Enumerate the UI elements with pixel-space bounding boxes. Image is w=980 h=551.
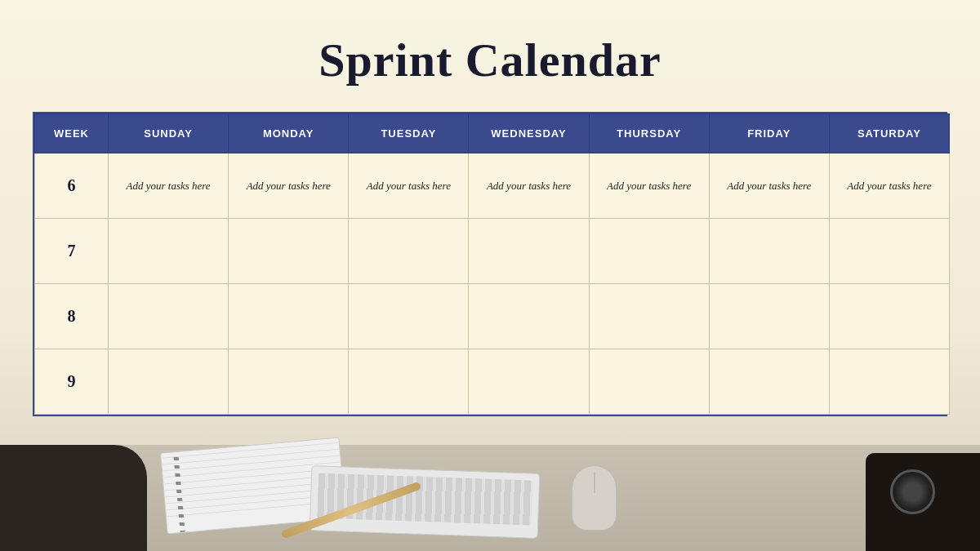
- week-number-cell[interactable]: 7: [35, 219, 109, 284]
- task-cell[interactable]: Add your tasks here: [709, 153, 829, 219]
- header-monday: MONDAY: [229, 114, 349, 153]
- calendar-row: 8: [35, 284, 950, 349]
- task-cell[interactable]: [349, 219, 469, 284]
- camera-decoration: [866, 453, 980, 551]
- task-cell[interactable]: [589, 219, 709, 284]
- header-saturday: SATURDAY: [829, 114, 949, 153]
- desk-left-decoration: [0, 445, 147, 551]
- week-number-cell[interactable]: 9: [35, 349, 109, 415]
- task-cell[interactable]: [229, 284, 349, 349]
- header-tuesday: TUESDAY: [349, 114, 469, 153]
- task-cell[interactable]: [349, 284, 469, 349]
- task-cell[interactable]: [469, 219, 589, 284]
- task-cell[interactable]: [709, 349, 829, 415]
- camera-lens: [890, 469, 935, 514]
- task-cell[interactable]: Add your tasks here: [589, 153, 709, 219]
- task-cell[interactable]: [709, 284, 829, 349]
- task-text: Add your tasks here: [487, 180, 571, 192]
- task-cell[interactable]: [109, 349, 229, 415]
- week-number: 9: [68, 372, 76, 390]
- task-cell[interactable]: Add your tasks here: [349, 153, 469, 219]
- task-text: Add your tasks here: [367, 180, 451, 192]
- task-cell[interactable]: [829, 349, 949, 415]
- calendar-row: 7: [35, 219, 950, 284]
- task-text: Add your tasks here: [727, 180, 811, 192]
- header-row: WEEK SUNDAY MONDAY TUESDAY WEDNESDAY THU…: [35, 114, 950, 153]
- task-cell[interactable]: [109, 219, 229, 284]
- task-text: Add your tasks here: [127, 180, 211, 192]
- task-cell[interactable]: [229, 349, 349, 415]
- task-cell[interactable]: Add your tasks here: [469, 153, 589, 219]
- header-thursday: THURSDAY: [589, 114, 709, 153]
- task-cell[interactable]: [589, 284, 709, 349]
- notebook-spiral: [173, 452, 185, 532]
- task-cell[interactable]: [229, 219, 349, 284]
- task-cell[interactable]: [469, 349, 589, 415]
- task-cell[interactable]: [589, 349, 709, 415]
- header-week: WEEK: [35, 114, 109, 153]
- week-number: 8: [68, 307, 76, 325]
- task-cell[interactable]: [469, 284, 589, 349]
- week-number-cell[interactable]: 8: [35, 284, 109, 349]
- task-cell[interactable]: [829, 219, 949, 284]
- header-friday: FRIDAY: [709, 114, 829, 153]
- task-text: Add your tasks here: [847, 180, 931, 192]
- calendar-row: 6Add your tasks hereAdd your tasks hereA…: [35, 153, 950, 219]
- sprint-calendar-table: WEEK SUNDAY MONDAY TUESDAY WEDNESDAY THU…: [34, 113, 950, 415]
- task-cell[interactable]: [109, 284, 229, 349]
- mouse-decoration: [572, 465, 617, 531]
- task-cell[interactable]: [829, 284, 949, 349]
- task-text: Add your tasks here: [247, 180, 331, 192]
- calendar-row: 9: [35, 349, 950, 415]
- task-cell[interactable]: [349, 349, 469, 415]
- header-sunday: SUNDAY: [109, 114, 229, 153]
- task-text: Add your tasks here: [607, 180, 691, 192]
- keyboard-decoration: [310, 465, 541, 539]
- calendar-container: WEEK SUNDAY MONDAY TUESDAY WEDNESDAY THU…: [33, 112, 947, 416]
- task-cell[interactable]: Add your tasks here: [109, 153, 229, 219]
- page-title: Sprint Calendar: [318, 33, 661, 87]
- week-number-cell[interactable]: 6: [35, 153, 109, 219]
- main-content: Sprint Calendar WEEK SUNDAY MONDAY TUESD…: [0, 0, 980, 416]
- task-cell[interactable]: [709, 219, 829, 284]
- task-cell[interactable]: Add your tasks here: [229, 153, 349, 219]
- task-cell[interactable]: Add your tasks here: [829, 153, 949, 219]
- week-number: 7: [68, 242, 76, 260]
- header-wednesday: WEDNESDAY: [469, 114, 589, 153]
- week-number: 6: [68, 176, 76, 194]
